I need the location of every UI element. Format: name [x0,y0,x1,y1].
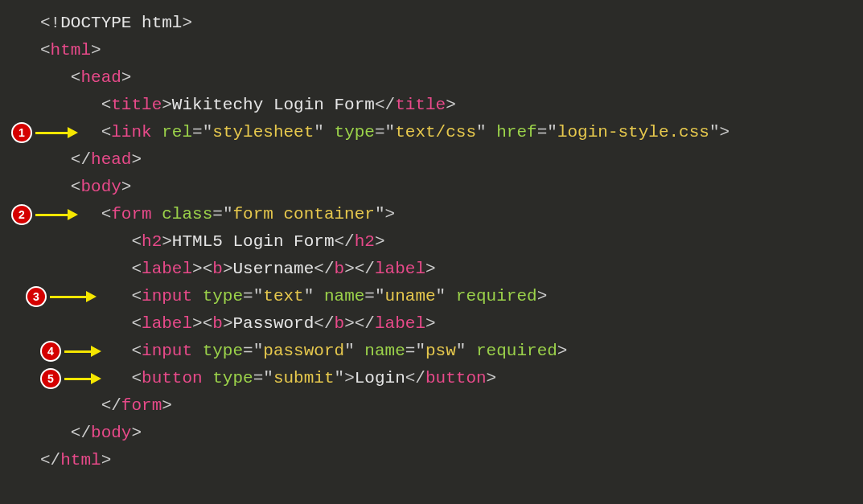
annotation-5: 5 [40,365,101,392]
arrow-icon [64,373,101,384]
annotation-badge: 4 [40,341,61,362]
annotation-badge: 3 [26,286,47,307]
arrow-icon [64,346,101,357]
code-block: <!DOCTYPE html> <html> <head> <title>Wik… [40,10,729,474]
annotation-badge: 2 [11,204,32,225]
annotation-badge: 1 [11,122,32,143]
annotation-4: 4 [40,338,101,365]
arrow-icon [35,127,78,138]
annotation-badge: 5 [40,368,61,389]
annotation-1: 1 [11,119,78,146]
arrow-icon [50,291,97,302]
annotation-3: 3 [26,283,97,310]
annotation-2: 2 [11,201,78,228]
code-stage: <!DOCTYPE html> <html> <head> <title>Wik… [0,0,863,504]
arrow-icon [35,209,78,220]
